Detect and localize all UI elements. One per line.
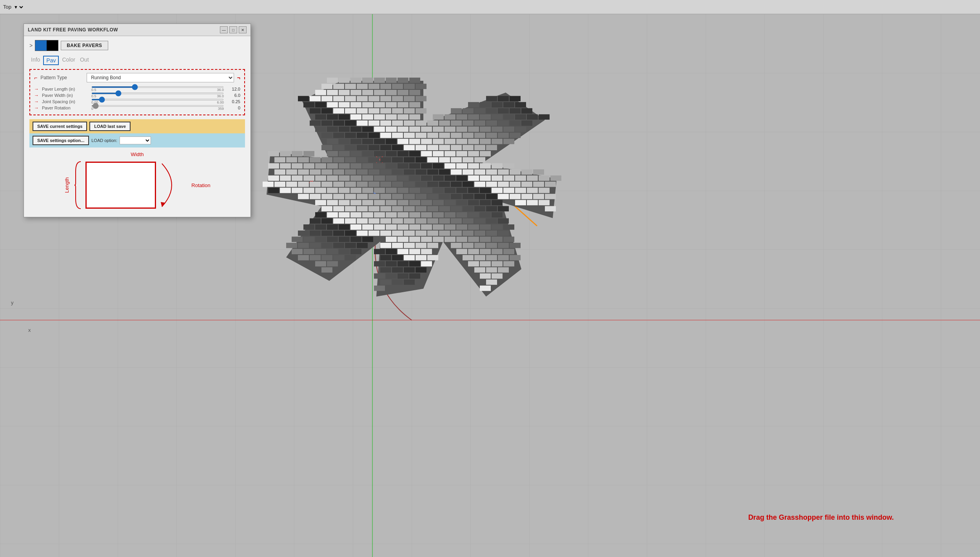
joint-spacing-arrow: → [34, 99, 40, 104]
pattern-type-select[interactable]: Running Bond Stack Bond Herringbone Bask… [87, 73, 234, 82]
diagram-section: Width Length Rotat [29, 147, 245, 213]
maximize-button[interactable]: □ [229, 26, 237, 33]
paver-rotation-min: 0 [91, 107, 93, 111]
paver-length-value: 12.0 [226, 87, 240, 91]
paver-rotation-value: 0 [226, 106, 240, 110]
svg-text:x: x [28, 327, 31, 333]
expand-arrow[interactable]: > [29, 42, 33, 49]
svg-marker-14 [161, 202, 165, 207]
dashed-section: ⌐ Pattern Type Running Bond Stack Bond H… [29, 69, 245, 115]
tabs-row: Info Pav Color Out [29, 56, 245, 65]
dialog-window: LAND KIT FREE PAVING WORKFLOW — □ ✕ > BA… [24, 24, 251, 217]
load-last-button[interactable]: LOAD last save [89, 122, 131, 131]
top-bar-dropdown[interactable]: ▼ [12, 4, 24, 10]
svg-text:y: y [11, 300, 14, 306]
dialog-titlebar: LAND KIT FREE PAVING WORKFLOW — □ ✕ [24, 24, 250, 36]
paver-width-arrow: → [34, 93, 40, 98]
tab-pav[interactable]: Pav [43, 56, 59, 65]
paver-rotation-track: 0 359 [91, 105, 224, 111]
joint-spacing-label: Joint Spacing (in) [42, 99, 89, 104]
paver-rotation-arrow: → [34, 105, 40, 111]
save-load-section: SAVE current settings LOAD last save SAV… [29, 119, 245, 147]
tab-info[interactable]: Info [29, 56, 42, 65]
joint-spacing-value: 0.25 [226, 99, 240, 104]
save-current-button[interactable]: SAVE current settings [33, 122, 87, 131]
paver-length-label: Paver Length (in) [42, 87, 89, 91]
load-option-label: LOAD option: [91, 138, 117, 143]
save-option-button[interactable]: SAVE settings option... [33, 136, 89, 145]
save-load-row-option: SAVE settings option... LOAD option: [29, 133, 245, 147]
diagram-left-brace [74, 160, 82, 211]
diagram-width-label: Width [131, 151, 143, 157]
grasshopper-drag-text: Drag the Grasshopper file into this wind… [748, 513, 894, 522]
diagram-length-label: Length [64, 177, 70, 193]
paver-width-value: 6.0 [226, 93, 240, 98]
dialog-content: > BAKE PAVERS Info Pav Color Out ⌐ Patte… [24, 36, 250, 217]
tab-out[interactable]: Out [78, 56, 91, 65]
paver-rotation-max: 359 [218, 107, 224, 111]
pattern-type-row: ⌐ Pattern Type Running Bond Stack Bond H… [34, 73, 240, 82]
minimize-button[interactable]: — [220, 26, 228, 33]
top-bar-label: Top [3, 4, 11, 10]
dialog-title: LAND KIT FREE PAVING WORKFLOW [28, 27, 118, 33]
section-bracket-left: ⌐ [34, 75, 37, 81]
paver-rotation-label: Paver Rotation [42, 106, 89, 110]
section-bracket-right: ¬ [237, 75, 240, 81]
close-button[interactable]: ✕ [239, 26, 247, 33]
svg-point-13 [374, 191, 376, 194]
dialog-top-row: > BAKE PAVERS [29, 40, 245, 51]
paver-rotation-row: → Paver Rotation 0 359 0 [34, 105, 240, 111]
diagram-rotation-label: Rotation [191, 182, 210, 188]
diagram-paver-rect [85, 162, 156, 209]
bake-pavers-button[interactable]: BAKE PAVERS [61, 41, 108, 50]
diagram-main: Length Rotation [64, 160, 210, 211]
tab-color[interactable]: Color [60, 56, 76, 65]
diagram-rotation-arc [160, 160, 183, 211]
pattern-type-label: Pattern Type [40, 75, 83, 80]
load-option-select[interactable] [120, 137, 151, 144]
top-bar: Top ▼ [0, 0, 980, 14]
save-load-row-primary: SAVE current settings LOAD last save [29, 119, 245, 133]
paver-length-arrow: → [34, 86, 40, 92]
color-swatch[interactable] [35, 40, 58, 51]
paver-width-label: Paver Width (in) [42, 93, 89, 98]
